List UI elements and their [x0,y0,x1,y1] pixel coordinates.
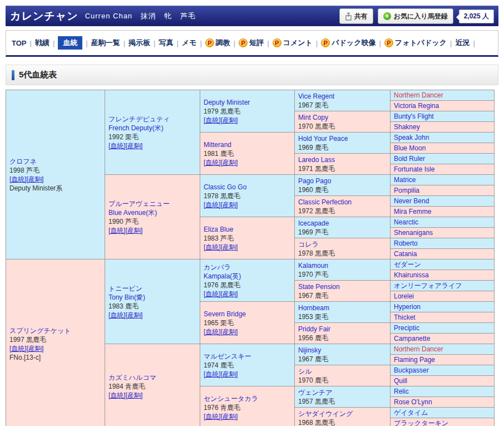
offspring-link[interactable]: [産駒] [221,370,238,378]
horse-foreign-name[interactable]: Tony Bin(愛) [108,293,196,302]
nav-tab-top[interactable]: TOP [12,39,27,47]
blood-link[interactable]: [血統] [9,345,27,352]
horse-link[interactable]: Classic Perfection [298,198,387,207]
fan-count-badge[interactable]: 2,025 人 [459,9,494,23]
nav-tab-board[interactable]: 掲示板 [129,38,150,48]
horse-link[interactable]: Shenanigans [394,228,491,237]
horse-link[interactable]: Bold Ruler [394,154,491,163]
horse-link[interactable]: Eliza Blue [204,225,291,234]
horse-link[interactable]: シル [298,367,387,376]
horse-link[interactable]: Buckpasser [394,366,491,375]
nav-tab-photos[interactable]: 写真 [159,38,173,48]
horse-link[interactable]: Mitterand [204,140,291,149]
offspring-link[interactable]: [産駒] [221,290,238,298]
horse-link[interactable]: マルゼンスキー [204,352,291,361]
offspring-link[interactable]: [産駒] [126,391,143,399]
blood-link[interactable]: [血統] [108,391,126,399]
horse-link[interactable]: Speak John [394,133,491,142]
horse-link[interactable]: Kalamoun [298,261,387,270]
horse-link[interactable]: Blue Moon [394,144,491,153]
horse-link[interactable]: クロフネ [9,157,101,166]
blood-link[interactable]: [血統] [9,175,27,183]
nav-tab-results[interactable]: 戦績 [35,38,50,48]
horse-link[interactable]: カンパラ [204,263,291,272]
horse-link[interactable]: コレラ [298,240,387,249]
horse-link[interactable]: ゼダーン [394,260,491,269]
nav-tab-recent[interactable]: 近況 [455,38,470,48]
horse-link[interactable]: Rose O'Lynn [394,398,491,407]
nav-tab-short-review[interactable]: P短評 [239,38,264,48]
blood-link[interactable]: [血統] [204,290,221,298]
horse-link[interactable]: Pompilia [394,186,491,195]
blood-link[interactable]: [血統] [204,413,221,420]
blood-link[interactable]: [血統] [108,142,126,150]
horse-link[interactable]: Shakney [394,123,491,131]
offspring-link[interactable]: [産駒] [126,142,143,150]
horse-foreign-name[interactable]: French Deputy(米) [108,124,196,133]
horse-foreign-name[interactable]: Kampala(英) [204,272,291,281]
share-button[interactable]: 共有 [339,8,373,24]
horse-link[interactable]: Victoria Regina [394,101,491,110]
horse-link[interactable]: シヤダイウイング [298,409,387,418]
horse-link[interactable]: Mint Copy [298,113,387,122]
horse-link[interactable]: Hornbeam [298,303,387,312]
offspring-link[interactable]: [産駒] [221,201,238,209]
horse-link[interactable]: Preciptic [394,324,491,332]
horse-link[interactable]: カズミハルコマ [108,373,196,382]
blood-link[interactable]: [血統] [204,116,221,124]
nav-tab-pedigree[interactable]: 血統 [58,36,82,50]
offspring-link[interactable]: [産駒] [221,328,238,336]
horse-link[interactable]: ブラックターキン [394,419,491,426]
nav-tab-offspring-list[interactable]: 産駒一覧 [91,38,120,48]
horse-link[interactable]: Deputy Minister [204,98,291,107]
horse-link[interactable]: State Pension [298,282,387,291]
horse-link[interactable]: フレンチデピュティ [108,115,196,124]
offspring-link[interactable]: [産駒] [27,175,44,183]
horse-link[interactable]: Quill [394,376,491,385]
horse-link[interactable]: Classic Go Go [204,183,291,192]
horse-link[interactable]: ヴェンチア [298,388,387,397]
horse-link[interactable]: Nijinsky [298,346,387,355]
horse-link[interactable]: Hold Your Peace [298,134,387,143]
horse-link[interactable]: Icecapade [298,219,387,228]
horse-link[interactable]: Relic [394,387,491,396]
horse-link[interactable]: Bunty's Flight [394,112,491,121]
blood-link[interactable]: [血統] [108,311,126,319]
horse-link[interactable]: Vice Regent [298,92,387,101]
offspring-link[interactable]: [産駒] [126,227,143,234]
nav-tab-memo[interactable]: メモ [182,38,197,48]
horse-link[interactable]: Pago Pago [298,177,387,185]
blood-link[interactable]: [血統] [204,370,221,378]
horse-link[interactable]: Khairunissa [394,271,491,280]
blood-link[interactable]: [血統] [204,243,221,251]
horse-link[interactable]: Mira Femme [394,207,491,216]
nav-tab-comment[interactable]: Pコメント [273,38,313,48]
favorite-button[interactable]: + お気に入り馬登録 [378,8,453,24]
offspring-link[interactable]: [産駒] [221,243,238,251]
offspring-link[interactable]: [産駒] [221,116,238,124]
offspring-link[interactable]: [産駒] [126,311,143,319]
horse-link[interactable]: センシュータカラ [204,394,291,403]
horse-link[interactable]: Northern Dancer [394,345,491,354]
horse-link[interactable]: Severn Bridge [204,310,291,319]
blood-link[interactable]: [血統] [204,328,221,336]
horse-link[interactable]: スプリングチケット [9,326,101,335]
horse-link[interactable]: Flaming Page [394,355,491,364]
horse-foreign-name[interactable]: Blue Avenue(米) [108,208,196,217]
horse-link[interactable]: Thicket [394,313,491,322]
horse-link[interactable]: Roberto [394,239,491,248]
horse-link[interactable]: Nearctic [394,218,491,227]
blood-link[interactable]: [血統] [108,227,126,234]
horse-link[interactable]: Matrice [394,175,491,184]
offspring-link[interactable]: [産駒] [221,159,238,167]
horse-link[interactable]: Catania [394,249,491,258]
horse-link[interactable]: Priddy Fair [298,325,387,334]
blood-link[interactable]: [血統] [204,201,221,209]
offspring-link[interactable]: [産駒] [221,413,238,420]
horse-link[interactable]: Northern Dancer [394,91,491,100]
nav-tab-photo-paddock[interactable]: Pフォトパドック [384,38,447,48]
horse-link[interactable]: Laredo Lass [298,155,387,164]
horse-link[interactable]: トニービン [108,284,196,293]
nav-tab-paddock-video[interactable]: Pパドック映像 [321,38,375,48]
blood-link[interactable]: [血統] [204,159,221,167]
